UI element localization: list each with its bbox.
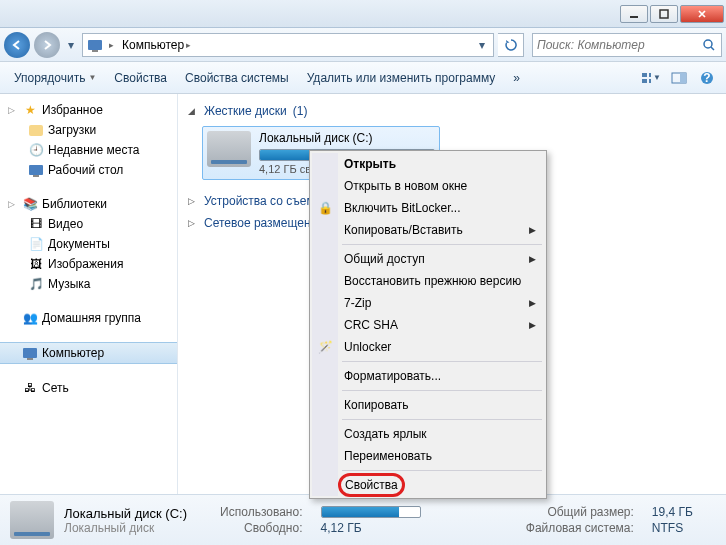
ctx-properties[interactable]: Свойства (312, 474, 544, 496)
sidebar-favorites[interactable]: ▷★Избранное (0, 100, 177, 120)
video-icon: 🎞 (28, 216, 44, 232)
ctx-sharing[interactable]: Общий доступ▶ (312, 248, 544, 270)
pictures-icon: 🖼 (28, 256, 44, 272)
status-title: Локальный диск (C:) (64, 506, 187, 521)
refresh-button[interactable] (498, 33, 524, 57)
status-total-value: 19,4 ГБ (652, 505, 716, 519)
status-total-label: Общий размер: (503, 505, 634, 519)
sidebar-item-music[interactable]: 🎵Музыка (0, 274, 177, 294)
preview-pane-button[interactable] (668, 67, 690, 89)
search-box[interactable] (532, 33, 722, 57)
forward-button[interactable] (34, 32, 60, 58)
sidebar-item-downloads[interactable]: Загрузки (0, 120, 177, 140)
svg-rect-4 (649, 73, 651, 77)
sidebar-item-recent[interactable]: 🕘Недавние места (0, 140, 177, 160)
details-pane: Локальный диск (C:) Локальный диск Испол… (0, 494, 726, 545)
uninstall-button[interactable]: Удалить или изменить программу (301, 69, 502, 87)
ctx-7zip[interactable]: 7-Zip▶ (312, 292, 544, 314)
ctx-create-shortcut[interactable]: Создать ярлык (312, 423, 544, 445)
ctx-format[interactable]: Форматировать... (312, 365, 544, 387)
help-button[interactable]: ? (696, 67, 718, 89)
breadcrumb-computer[interactable]: Компьютер ▸ (120, 38, 193, 52)
folder-icon (28, 122, 44, 138)
navigation-bar: ▾ ▸ Компьютер ▸ ▾ (0, 28, 726, 62)
address-bar[interactable]: ▸ Компьютер ▸ ▾ (82, 33, 494, 57)
drive-label: Локальный диск (C:) (259, 131, 435, 147)
sidebar-item-desktop[interactable]: Рабочий стол (0, 160, 177, 180)
search-input[interactable] (537, 38, 701, 52)
recent-icon: 🕘 (28, 142, 44, 158)
sidebar-libraries[interactable]: ▷📚Библиотеки (0, 194, 177, 214)
maximize-button[interactable] (650, 5, 678, 23)
ctx-restore-previous[interactable]: Восстановить прежнюю версию (312, 270, 544, 292)
status-subtitle: Локальный диск (64, 521, 187, 535)
svg-rect-5 (642, 79, 647, 83)
document-icon: 📄 (28, 236, 44, 252)
computer-icon (87, 37, 103, 53)
sidebar-item-documents[interactable]: 📄Документы (0, 234, 177, 254)
close-button[interactable] (680, 5, 724, 23)
ctx-open-new-window[interactable]: Открыть в новом окне (312, 175, 544, 197)
svg-point-2 (704, 40, 712, 48)
navigation-pane: ▷★Избранное Загрузки 🕘Недавние места Раб… (0, 94, 178, 494)
history-dropdown[interactable]: ▾ (64, 35, 78, 55)
view-options-button[interactable]: ▼ (640, 67, 662, 89)
back-button[interactable] (4, 32, 30, 58)
drive-icon (207, 131, 251, 167)
sidebar-item-videos[interactable]: 🎞Видео (0, 214, 177, 234)
ctx-copy-paste[interactable]: Копировать/Вставить▶ (312, 219, 544, 241)
sidebar-homegroup[interactable]: 👥Домашняя группа (0, 308, 177, 328)
highlight-annotation: Свойства (338, 473, 405, 497)
breadcrumb: ▸ (107, 40, 116, 50)
svg-rect-3 (642, 73, 647, 77)
system-properties-button[interactable]: Свойства системы (179, 69, 295, 87)
window-titlebar (0, 0, 726, 28)
unlocker-icon: 🪄 (317, 339, 333, 355)
status-fs-value: NTFS (652, 521, 716, 535)
sidebar-item-pictures[interactable]: 🖼Изображения (0, 254, 177, 274)
desktop-icon (28, 162, 44, 178)
organize-menu[interactable]: Упорядочить ▼ (8, 69, 102, 87)
ctx-open[interactable]: Открыть (312, 153, 544, 175)
toolbar-overflow[interactable]: » (507, 69, 526, 87)
ctx-crc-sha[interactable]: CRC SHA▶ (312, 314, 544, 336)
minimize-button[interactable] (620, 5, 648, 23)
svg-text:?: ? (703, 71, 710, 85)
command-bar: Упорядочить ▼ Свойства Свойства системы … (0, 62, 726, 94)
status-free-label: Свободно: (197, 521, 302, 535)
svg-rect-1 (660, 10, 668, 18)
category-hard-drives[interactable]: ◢Жесткие диски (1) (188, 104, 716, 118)
properties-button[interactable]: Свойства (108, 69, 173, 87)
svg-rect-6 (649, 79, 651, 83)
ctx-bitlocker[interactable]: 🔒Включить BitLocker... (312, 197, 544, 219)
libraries-icon: 📚 (22, 196, 38, 212)
search-icon (701, 37, 717, 53)
sidebar-computer[interactable]: Компьютер (0, 342, 177, 364)
network-icon: 🖧 (22, 380, 38, 396)
sidebar-network[interactable]: 🖧Сеть (0, 378, 177, 398)
status-free-value: 4,12 ГБ (321, 521, 444, 535)
drive-icon (10, 501, 54, 539)
svg-rect-0 (630, 16, 638, 18)
status-used-label: Использовано: (197, 505, 302, 519)
address-dropdown-icon[interactable]: ▾ (475, 35, 489, 55)
context-menu: Открыть Открыть в новом окне 🔒Включить B… (309, 150, 547, 499)
computer-icon (22, 345, 38, 361)
svg-rect-8 (680, 73, 686, 83)
ctx-rename[interactable]: Переименовать (312, 445, 544, 467)
breadcrumb-label: Компьютер (122, 38, 184, 52)
homegroup-icon: 👥 (22, 310, 38, 326)
ctx-copy[interactable]: Копировать (312, 394, 544, 416)
music-icon: 🎵 (28, 276, 44, 292)
status-usage-bar (321, 506, 421, 518)
status-fs-label: Файловая система: (503, 521, 634, 535)
bitlocker-icon: 🔒 (317, 200, 333, 216)
ctx-unlocker[interactable]: 🪄Unlocker (312, 336, 544, 358)
star-icon: ★ (22, 102, 38, 118)
